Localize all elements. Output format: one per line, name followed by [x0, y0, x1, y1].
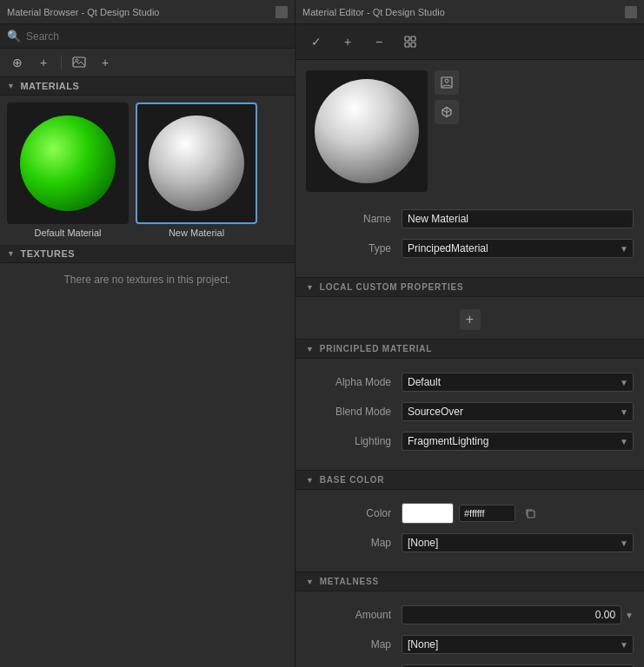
type-select-wrapper: PrincipedMaterial DefaultMaterial Custom… — [402, 239, 634, 258]
svg-rect-5 — [411, 43, 415, 47]
name-row: Name — [306, 208, 634, 230]
materials-chevron-icon: ▼ — [7, 82, 15, 90]
right-titlebar: Material Editor - Qt Design Studio — [295, 0, 644, 24]
material-label-new: New Material — [169, 228, 224, 238]
preview-sphere-icon — [315, 79, 419, 183]
globe-button[interactable]: ⊕ — [7, 52, 28, 73]
metalness-chevron-icon: ▼ — [306, 578, 315, 586]
check-button[interactable]: ✓ — [304, 30, 329, 54]
metalness-header[interactable]: ▼ METALNESS — [295, 571, 644, 591]
search-icon: 🔍 — [7, 30, 21, 43]
textures-chevron-icon: ▼ — [7, 249, 15, 258]
cube-view-button[interactable] — [435, 100, 459, 124]
add-custom-prop-button[interactable]: + — [460, 309, 481, 330]
materials-section-header[interactable]: ▼ MATERIALS — [0, 77, 295, 96]
svg-rect-2 — [405, 36, 409, 41]
lighting-row: Lighting FragmentLighting VertexLighting… — [306, 430, 634, 452]
principled-material-header[interactable]: ▼ PRINCIPLED MATERIAL — [295, 339, 644, 359]
color-swatch[interactable] — [402, 503, 454, 524]
left-titlebar-close[interactable] — [276, 6, 288, 18]
metalness-map-select-wrapper: [None] Texture1 Texture2 ▼ — [402, 635, 634, 654]
principled-material-section: Alpha Mode Default Mask Blend Opaque ▼ B… — [295, 366, 644, 470]
name-type-section: Name Type PrincipedMaterial DefaultMater… — [295, 202, 644, 277]
type-row: Type PrincipedMaterial DefaultMaterial C… — [306, 237, 634, 260]
name-value — [402, 209, 634, 228]
svg-rect-4 — [405, 43, 409, 47]
metalness-map-label: Map — [306, 638, 402, 650]
copy-color-button[interactable] — [521, 504, 540, 523]
type-label: Type — [306, 242, 402, 254]
material-item-new[interactable]: New Material — [136, 102, 257, 238]
add-texture-button[interactable]: + — [95, 52, 116, 73]
grid-button[interactable] — [398, 30, 422, 54]
alpha-mode-row: Alpha Mode Default Mask Blend Opaque ▼ — [306, 371, 634, 393]
metalness-label: METALNESS — [320, 577, 379, 586]
blend-mode-row: Blend Mode SourceOver Screen Multiply Re… — [306, 400, 634, 423]
local-custom-props-header[interactable]: ▼ LOCAL CUSTOM PROPERTIES — [295, 277, 644, 297]
left-titlebar: Material Browser - Qt Design Studio — [0, 0, 295, 24]
right-toolbar: ✓ + − — [295, 24, 644, 60]
left-toolbar: ⊕ + + — [0, 49, 295, 77]
channel-row: Channel B R G A ▼ — [306, 663, 634, 667]
sphere-green-icon — [20, 116, 116, 211]
blend-mode-label: Blend Mode — [306, 406, 402, 418]
textures-section-header[interactable]: ▼ TEXTURES — [0, 245, 295, 263]
principled-chevron-icon: ▼ — [306, 345, 315, 353]
amount-row: Amount ▼ — [306, 604, 634, 626]
left-titlebar-title: Material Browser - Qt Design Studio — [7, 7, 159, 17]
lighting-select-wrapper: FragmentLighting VertexLighting NoLighti… — [402, 432, 634, 451]
material-item-default[interactable]: Default Material — [7, 102, 129, 238]
amount-label: Amount — [306, 609, 402, 621]
local-custom-props-label: LOCAL CUSTOM PROPERTIES — [320, 282, 464, 292]
metalness-map-select[interactable]: [None] Texture1 Texture2 — [402, 635, 634, 654]
type-select[interactable]: PrincipedMaterial DefaultMaterial Custom… — [402, 239, 634, 258]
local-custom-props-chevron-icon: ▼ — [306, 283, 315, 292]
base-color-header[interactable]: ▼ BASE COLOR — [295, 470, 644, 490]
textures-label: TEXTURES — [20, 248, 75, 259]
base-color-map-row: Map [None] Texture1 Texture2 ▼ — [306, 532, 634, 554]
amount-wrapper: ▼ — [402, 605, 634, 624]
materials-grid: Default Material New Material — [0, 96, 295, 245]
alpha-mode-select[interactable]: Default Mask Blend Opaque — [402, 373, 634, 392]
add-material-button[interactable]: + — [33, 52, 54, 73]
base-color-map-select[interactable]: [None] Texture1 Texture2 — [402, 533, 634, 552]
preview-icons — [435, 70, 459, 124]
search-bar: 🔍 — [0, 24, 295, 49]
image-button[interactable] — [69, 52, 90, 73]
base-color-section: Color Map [None] — [295, 497, 644, 571]
color-row: Color — [306, 502, 634, 525]
amount-input[interactable] — [402, 605, 621, 624]
color-hex-input[interactable] — [459, 505, 515, 522]
minus-button[interactable]: − — [367, 30, 391, 54]
preview-area — [295, 60, 644, 202]
svg-rect-8 — [528, 511, 534, 518]
amount-chevron-icon: ▼ — [625, 611, 634, 620]
right-titlebar-title: Material Editor - Qt Design Studio — [302, 7, 445, 17]
textures-empty-message: There are no textures in this project. — [63, 274, 230, 286]
toolbar-separator — [61, 56, 62, 69]
color-label: Color — [306, 507, 402, 519]
left-panel: 🔍 ⊕ + + ▼ MATERIALS — [0, 24, 295, 667]
name-input[interactable] — [402, 209, 634, 228]
svg-point-7 — [445, 79, 448, 83]
metalness-section: Amount ▼ Map [None] Texture1 Texture2 ▼ — [295, 598, 644, 667]
right-titlebar-close[interactable] — [625, 6, 637, 18]
lighting-select[interactable]: FragmentLighting VertexLighting NoLighti… — [402, 432, 634, 451]
material-thumb-new — [136, 102, 257, 224]
material-label-default: Default Material — [34, 228, 101, 238]
svg-rect-3 — [411, 36, 415, 41]
base-color-map-select-wrapper: [None] Texture1 Texture2 ▼ — [402, 533, 634, 552]
add-button[interactable]: + — [335, 30, 360, 54]
name-label: Name — [306, 213, 402, 225]
materials-label: MATERIALS — [20, 81, 79, 91]
blend-mode-select[interactable]: SourceOver Screen Multiply Replace — [402, 402, 634, 421]
base-color-chevron-icon: ▼ — [306, 476, 315, 485]
search-input[interactable] — [26, 30, 288, 43]
portrait-view-button[interactable] — [435, 70, 459, 95]
preview-sphere-container — [306, 70, 428, 192]
base-color-label: BASE COLOR — [320, 475, 385, 485]
material-thumb-default — [7, 102, 129, 224]
local-custom-props-content: + — [295, 304, 644, 339]
alpha-mode-label: Alpha Mode — [306, 376, 402, 388]
alpha-mode-select-wrapper: Default Mask Blend Opaque ▼ — [402, 373, 634, 392]
